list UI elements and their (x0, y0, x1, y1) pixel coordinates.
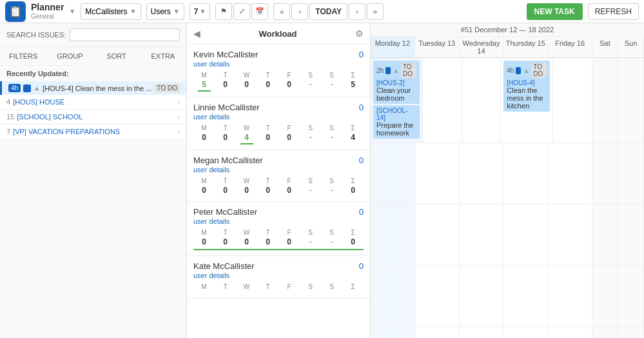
user-details-link[interactable]: user details (193, 272, 364, 279)
user-hours: 0 (359, 207, 364, 217)
sort-button[interactable]: SORT (93, 50, 140, 63)
prev-button[interactable]: ‹ (291, 3, 308, 20)
project-num: 4 (6, 98, 10, 106)
day-col: W 0 (236, 177, 257, 196)
search-row: SEARCH ISSUES: (0, 23, 186, 47)
user-hours: 0 (359, 103, 364, 112)
filters-button[interactable]: FILTERS (0, 50, 46, 63)
day-col: T 0 (215, 124, 236, 144)
sidebar-project-item[interactable]: 4 [HOUS] HOUSE › (0, 95, 186, 110)
view-dropdown[interactable]: Users ▼ (146, 3, 184, 20)
gear-icon[interactable]: ⚙ (355, 28, 364, 39)
app-subtitle: General (31, 13, 64, 20)
day-col: W 4 (236, 124, 257, 144)
recent-issue[interactable]: 4h ▲ [HOUS-4] Clean the mess in the ... … (0, 81, 186, 95)
calendar-day-header: Friday 16 (548, 37, 592, 57)
user-block: Linnie McCallister 0 user details M 0 T … (187, 97, 370, 150)
calendar-cell (503, 327, 548, 338)
day-col: M 0 (193, 229, 215, 248)
calendar-cell (460, 266, 504, 326)
day-col: S - (321, 72, 342, 92)
calendar-cell (415, 204, 460, 265)
day-col: Σ 5 (342, 72, 364, 92)
project-label: [HOUS] HOUSE (13, 98, 177, 106)
day-col: S - (321, 124, 342, 144)
view-dropdown-arrow: ▼ (173, 8, 180, 15)
calendar-cell (371, 327, 415, 338)
task-id: [HOUS-2] (376, 79, 416, 86)
recent-todo-badge: TO DO (155, 84, 180, 92)
task-card[interactable]: 4h ▲ TO DO [HOUS-4] Clean the mess in th… (503, 61, 550, 112)
day-col: T (257, 283, 278, 293)
calendar-cell (618, 327, 644, 338)
week-num-button[interactable]: 7 ▼ (190, 3, 211, 20)
day-col: F 0 (278, 72, 300, 92)
new-task-button[interactable]: NEW TASK (527, 3, 583, 20)
week-nav-group: « ‹ TODAY › » (273, 3, 384, 20)
day-col: F 0 (278, 124, 300, 144)
calendar-cell (503, 204, 548, 265)
sidebar-project-item[interactable]: 15 [SCHOOL] SCHOOL › (0, 110, 186, 124)
day-col: Σ 0 (342, 177, 364, 196)
days-row: M T W T F S S Σ (193, 283, 364, 293)
user-name: Kate McCallister (193, 261, 255, 271)
calendar-cell (592, 266, 618, 326)
task-title: Clean your bedroom (376, 86, 416, 102)
main-layout: SEARCH ISSUES: FILTERS GROUP SORT EXTRA … (0, 23, 644, 338)
prev-prev-button[interactable]: « (273, 3, 290, 20)
task-up-arrow-icon: ▲ (523, 67, 529, 74)
project-arrow-icon: › (177, 128, 180, 135)
user-details-link[interactable]: user details (193, 217, 364, 225)
day-col: F 0 (278, 229, 300, 248)
workload-panel: ◀ Workload ⚙ Kevin McCallister 0 user de… (187, 23, 371, 338)
top-header: 📋 Planner General ▼ McCallisters ▼ Users… (0, 0, 644, 23)
calendar-cell (592, 143, 618, 204)
search-input[interactable] (70, 28, 180, 41)
user-block: Kevin McCallister 0 user details M 5 T 0… (187, 45, 370, 97)
task-card[interactable]: [SCHOOL-14] Prepare the homework (373, 105, 420, 139)
calendar-body: 2h ▲ TO DO [HOUS-2] Clean your bedroom [… (371, 58, 644, 338)
day-col: S - (300, 229, 321, 248)
day-col: S - (300, 72, 321, 92)
filter-row: FILTERS GROUP SORT EXTRA (0, 47, 186, 66)
recently-updated-label: Recently Updated: (0, 66, 186, 81)
project-list: 4 [HOUS] HOUSE › 15 [SCHOOL] SCHOOL › 7 … (0, 95, 186, 139)
day-col: T 0 (257, 177, 278, 196)
user-hours: 0 (359, 155, 364, 165)
app-dropdown-arrow[interactable]: ▼ (69, 8, 75, 15)
user-details-link[interactable]: user details (193, 113, 364, 121)
expand-button[interactable]: ⤢ (233, 3, 250, 20)
task-up-arrow-icon: ▲ (393, 67, 399, 74)
week-num-arrow: ▼ (199, 8, 206, 15)
day-col: M (193, 283, 215, 293)
sidebar-project-item[interactable]: 7 [VP] VACATION PREPARATIONS › (0, 124, 186, 139)
today-button[interactable]: TODAY (309, 3, 347, 20)
calendar-cell (553, 58, 592, 143)
calendar-cell (618, 143, 644, 204)
user-hours: 0 (359, 50, 364, 59)
task-card[interactable]: 2h ▲ TO DO [HOUS-2] Clean your bedroom (373, 61, 420, 104)
day-col: M 0 (193, 124, 215, 144)
next-button[interactable]: › (349, 3, 366, 20)
user-details-link[interactable]: user details (193, 60, 364, 68)
user-details-link[interactable]: user details (193, 166, 364, 174)
extra-button[interactable]: EXTRA (140, 50, 186, 63)
calendar-view-button[interactable]: 📅 (251, 3, 268, 20)
day-col: T 0 (215, 177, 236, 196)
days-row: M 0 T 0 W 4 T 0 F 0 S - S - Σ 4 (193, 124, 364, 144)
flag-button[interactable]: ⚑ (215, 3, 232, 20)
workload-collapse-button[interactable]: ◀ (193, 28, 200, 39)
calendar-cell: 4h ▲ TO DO [HOUS-4] Clean the mess in th… (501, 58, 553, 143)
task-checkbox-icon (516, 67, 521, 74)
days-row: M 0 T 0 W 0 T 0 F 0 S - S - Σ 0 (193, 177, 364, 196)
user-block: Peter McCallister 0 user details M 0 T 0… (187, 202, 370, 256)
workload-title: Workload (259, 29, 297, 39)
refresh-button[interactable]: REFRESH (588, 3, 639, 20)
calendar-cell (548, 327, 592, 338)
project-dropdown[interactable]: McCallisters ▼ (81, 3, 141, 20)
recent-hours-badge: 4h (8, 84, 21, 92)
group-button[interactable]: GROUP (46, 50, 93, 63)
calendar-day-header: Wednesday 14 (460, 37, 504, 57)
next-next-button[interactable]: » (367, 3, 384, 20)
day-col: T (215, 283, 236, 293)
